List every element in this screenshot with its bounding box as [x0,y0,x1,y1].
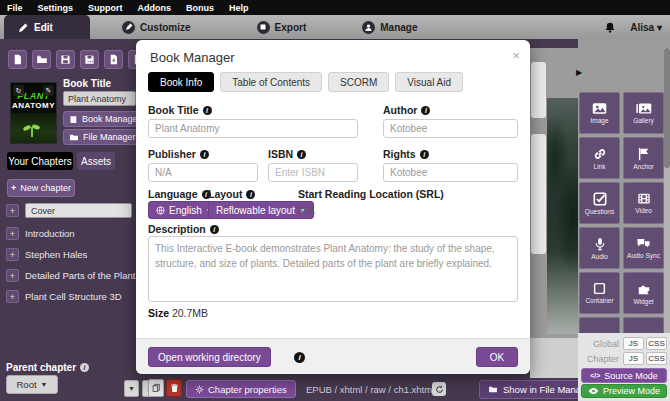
tool-container[interactable]: Container [579,272,620,314]
tool-label: Questions [585,208,614,215]
book-title-field-label: Book Title [148,104,212,116]
menu-file[interactable]: File [7,3,23,13]
add-subchapter-icon[interactable]: + [6,227,19,240]
export-document-icon [108,54,119,65]
book-manager-button[interactable]: Book Manager [63,111,143,127]
bell-icon[interactable] [604,21,616,34]
global-css-button[interactable]: CSS [646,337,667,350]
menu-help[interactable]: Help [229,3,249,13]
page-forest-image [547,98,578,334]
edit-cover-icon[interactable]: ✎ [43,85,54,96]
new-book-button[interactable] [8,50,27,69]
move-chapter-down-button[interactable]: ▼ [124,380,139,397]
tool-anchor[interactable]: Anchor [623,137,664,179]
chevron-down-icon: ▼ [41,381,48,388]
chapter-js-button[interactable]: JS [623,352,644,365]
tool-widget[interactable]: Widget [623,272,664,314]
gear-icon [195,385,204,394]
chapter-name: Plant Cell Structure 3D [25,291,122,302]
preview-mode-button[interactable]: Preview Mode [581,384,667,398]
language-field-label: Language [148,188,211,200]
chapter-css-button[interactable]: CSS [646,352,667,365]
global-js-button[interactable]: JS [623,337,644,350]
book-icon [69,115,78,124]
menu-addons[interactable]: Addons [138,3,172,13]
menu-bonus[interactable]: Bonus [186,3,214,13]
close-icon[interactable]: × [512,48,520,63]
tool-audio-sync[interactable]: Audio Sync [623,227,664,269]
tab-manage-label: Manage [380,22,417,33]
export-document-button[interactable] [104,50,123,69]
save-button[interactable] [56,50,75,69]
collapse-sidebar-icon[interactable]: ▶ [576,68,582,77]
file-manager-button[interactable]: File Manager [63,129,143,145]
tool-gallery[interactable]: Gallery [623,92,664,134]
chapter-row[interactable]: + Plant Cell Structure 3D [6,289,122,304]
file-manager-label: File Manager [83,132,136,142]
add-subchapter-icon[interactable]: + [6,204,19,217]
save-as-button[interactable] [80,50,99,69]
info-icon [294,352,305,363]
tab-your-chapters[interactable]: Your Chapters [7,152,73,170]
chapter-row[interactable]: + Stephen Hales [6,247,87,262]
sidebar-scrollbar[interactable] [664,48,670,333]
isbn-input[interactable] [268,163,358,182]
tab-table-of-contents[interactable]: Table of Contents [220,72,322,92]
book-title-sidebar-input[interactable] [63,91,136,106]
tool-image[interactable]: Image [579,92,620,134]
size-value: 20.7MB [172,307,208,319]
chapter-properties-button[interactable]: Chapter properties [186,380,296,398]
chapter-row[interactable]: + Detailed Parts of the Plant [6,268,135,283]
parent-chapter-select[interactable]: Root ▼ [6,375,58,394]
author-input[interactable] [383,119,518,138]
reload-cover-icon[interactable]: ↻ [13,85,24,96]
tab-export-label: Export [275,22,307,33]
tool-questions[interactable]: Questions [579,182,620,224]
tab-assets[interactable]: Assets [77,152,115,170]
refresh-path-button[interactable] [432,382,446,396]
label-text: Language [148,188,198,200]
tab-customize[interactable]: Customize [108,15,205,39]
ok-button[interactable]: OK [476,347,518,367]
tab-edit[interactable]: Edit [4,15,90,39]
tab-visual-aid[interactable]: Visual Aid [395,72,463,92]
add-subchapter-icon[interactable]: + [6,248,19,261]
open-working-directory-button[interactable]: Open working directory [148,347,271,367]
chapter-name-input[interactable]: Cover [25,203,132,218]
chapter-name: Stephen Hales [25,249,87,260]
tab-export[interactable]: Export [243,15,321,39]
publisher-input[interactable] [148,163,258,182]
menu-settings[interactable]: Settings [38,3,74,13]
tool-video[interactable]: Video [623,182,664,224]
chapter-row[interactable]: + Introduction [6,226,75,241]
plus-icon: + [11,183,16,193]
source-mode-button[interactable]: </> Source Mode [581,368,667,383]
new-chapter-button[interactable]: + New chapter [7,179,75,197]
open-folder-icon [36,54,48,65]
open-book-button[interactable] [32,50,51,69]
srl-value: N/A [298,205,315,216]
add-subchapter-icon[interactable]: + [6,269,19,282]
duplicate-chapter-button[interactable] [148,379,164,397]
user-menu[interactable]: Alisa ▾ [630,22,662,33]
scrollbar-thumb[interactable] [664,48,670,168]
tool-link[interactable]: Link [579,137,620,179]
tool-audio[interactable]: Audio [579,227,620,269]
book-manager-dialog: Book Manager × Book Info Table of Conten… [136,40,530,374]
save-floppy-icon [60,54,71,65]
label-text: ISBN [268,148,293,160]
info-icon [421,106,430,115]
anchor-flag-icon [637,147,651,161]
tab-assets-label: Assets [81,156,111,167]
description-textarea[interactable]: This Interactive E-book demonstrates Pla… [148,236,518,302]
tab-book-info[interactable]: Book Info [148,72,214,92]
tab-scorm[interactable]: SCORM [328,72,389,92]
tab-manage[interactable]: Manage [348,15,431,39]
add-subchapter-icon[interactable]: + [6,290,19,303]
menu-support[interactable]: Support [88,3,123,13]
book-title-input[interactable] [148,119,358,138]
rights-input[interactable] [383,163,518,182]
info-icon [203,106,212,115]
chapter-row-cover[interactable]: + Cover [6,203,132,218]
delete-chapter-button[interactable] [166,379,182,397]
